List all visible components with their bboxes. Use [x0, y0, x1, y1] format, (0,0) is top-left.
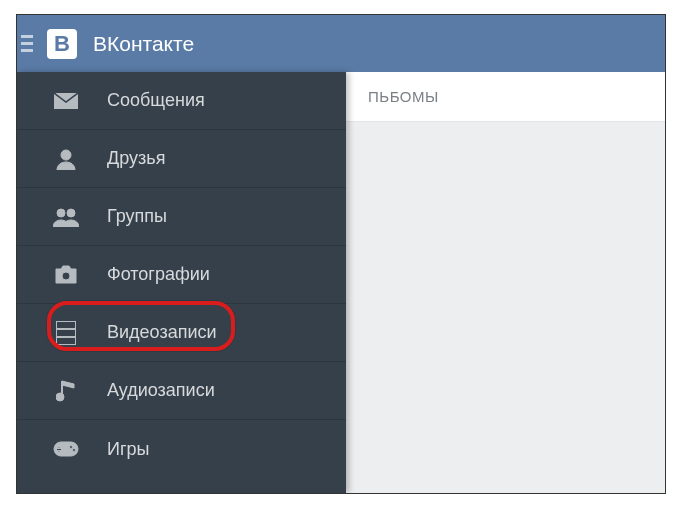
user-icon — [53, 148, 79, 170]
sidebar-item-label: Сообщения — [107, 90, 205, 111]
music-note-icon — [53, 379, 79, 403]
hamburger-icon[interactable] — [17, 15, 41, 72]
camera-icon — [53, 265, 79, 285]
app-title: ВКонтакте — [93, 32, 194, 56]
sidebar-item-label: Группы — [107, 206, 167, 227]
svg-point-11 — [70, 446, 73, 449]
sidebar-item-label: Друзья — [107, 148, 165, 169]
film-icon — [53, 321, 79, 345]
tab-albums[interactable]: ПЬБОМЫ — [346, 72, 665, 122]
svg-point-7 — [56, 393, 64, 401]
sidebar-item-audio[interactable]: Аудиозаписи — [17, 362, 346, 420]
svg-rect-10 — [57, 449, 62, 451]
svg-point-12 — [73, 449, 76, 452]
vk-logo-icon: B — [47, 29, 77, 59]
gamepad-icon — [53, 441, 79, 457]
main-content: ПЬБОМЫ — [346, 72, 665, 493]
sidebar-item-friends[interactable]: Друзья — [17, 130, 346, 188]
svg-point-2 — [67, 209, 75, 217]
svg-point-1 — [57, 209, 65, 217]
sidebar-item-videos[interactable]: Видеозаписи — [17, 304, 346, 362]
svg-point-0 — [61, 150, 71, 160]
users-icon — [53, 207, 79, 227]
sidebar-item-photos[interactable]: Фотографии — [17, 246, 346, 304]
svg-point-3 — [62, 272, 70, 280]
app-header: B ВКонтакте — [17, 15, 665, 72]
navigation-sidebar: Сообщения Друзья Группы — [17, 72, 346, 493]
sidebar-item-label: Игры — [107, 439, 149, 460]
svg-rect-4 — [56, 321, 76, 345]
sidebar-item-label: Аудиозаписи — [107, 380, 215, 401]
sidebar-item-label: Фотографии — [107, 264, 210, 285]
sidebar-item-groups[interactable]: Группы — [17, 188, 346, 246]
tab-label: ПЬБОМЫ — [368, 88, 439, 105]
sidebar-item-games[interactable]: Игры — [17, 420, 346, 478]
sidebar-item-label: Видеозаписи — [107, 322, 217, 343]
envelope-icon — [53, 93, 79, 109]
sidebar-item-messages[interactable]: Сообщения — [17, 72, 346, 130]
